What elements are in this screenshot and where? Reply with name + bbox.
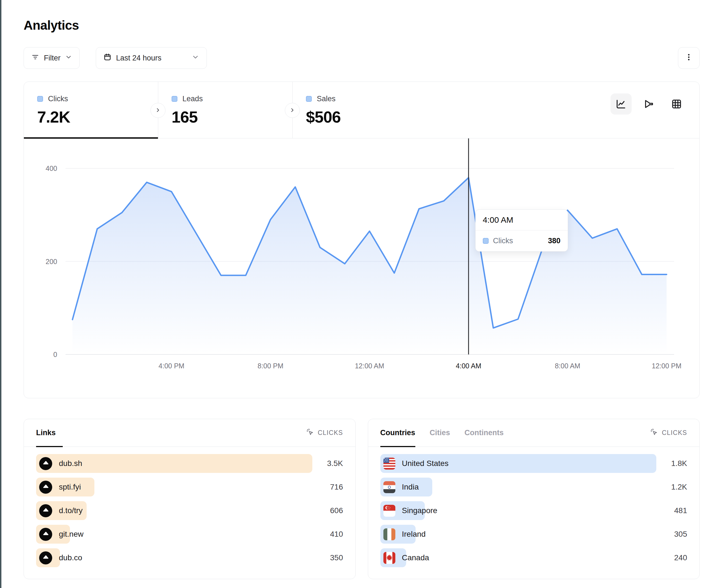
toolbar: Filter Last 24 hours <box>24 47 699 69</box>
link-row[interactable]: spti.fyi716 <box>36 478 343 496</box>
legend-chip <box>172 96 177 102</box>
more-options-button[interactable] <box>678 47 699 69</box>
link-value: 3.5K <box>327 459 343 468</box>
date-range-label: Last 24 hours <box>116 54 161 62</box>
x-axis-label: 8:00 AM <box>537 362 598 370</box>
countries-tab-continents[interactable]: Continents <box>465 419 503 447</box>
series-chip <box>483 238 489 244</box>
links-panel-tabs: Links <box>36 419 56 447</box>
stat-value: 165 <box>172 108 292 126</box>
ie-flag-icon <box>383 528 395 540</box>
window-edge-strip <box>0 0 1 588</box>
countries-panel-header: CountriesCitiesContinents CLICKS <box>368 419 699 447</box>
link-row[interactable]: git.new410 <box>36 525 343 544</box>
clicks-area-chart[interactable]: 4:00 AM Clicks 380 02004004:00 PM8:00 PM… <box>24 138 699 398</box>
link-row[interactable]: d.to/try606 <box>36 501 343 520</box>
link-value: 410 <box>330 530 343 539</box>
dub-logo-icon <box>39 457 52 470</box>
stat-tab-leads[interactable]: Leads165 <box>158 82 292 138</box>
country-row[interactable]: Ireland305 <box>380 525 687 544</box>
us-flag-icon <box>383 458 395 470</box>
country-row[interactable]: Canada240 <box>380 548 687 567</box>
x-axis-label: 8:00 PM <box>240 362 301 370</box>
link-value: 350 <box>330 553 343 562</box>
chart-tooltip: 4:00 AM Clicks 380 <box>475 209 568 252</box>
countries-rows: United States1.8KIndia1.2KSingapore481Ir… <box>368 447 699 567</box>
link-label: git.new <box>59 530 84 539</box>
countries-panel: CountriesCitiesContinents CLICKS United … <box>368 419 700 579</box>
kebab-menu-icon <box>685 53 693 63</box>
country-label: Ireland <box>402 530 426 539</box>
country-row[interactable]: United States1.8K <box>380 454 687 473</box>
stat-label: Leads <box>182 95 203 103</box>
filter-icon <box>31 53 39 63</box>
y-axis-label: 400 <box>24 164 57 173</box>
countries-tab-countries[interactable]: Countries <box>380 419 415 447</box>
dub-logo-icon <box>39 504 52 517</box>
country-value: 305 <box>674 530 687 539</box>
chart-view-toggles <box>610 93 687 115</box>
stat-tab-clicks[interactable]: Clicks7.2K <box>24 82 158 138</box>
area-fill <box>72 178 667 355</box>
link-label: dub.co <box>59 553 82 562</box>
chart-plot[interactable] <box>66 138 674 358</box>
stats-tabs: Clicks7.2KLeads165Sales$506 <box>24 82 699 138</box>
cursor-click-icon <box>650 428 658 438</box>
filter-button[interactable]: Filter <box>24 47 80 69</box>
links-tab-links[interactable]: Links <box>36 419 56 447</box>
tooltip-time: 4:00 AM <box>476 210 568 230</box>
country-value: 481 <box>674 506 687 515</box>
cursor-click-icon <box>306 428 314 438</box>
x-axis-label: 4:00 PM <box>141 362 202 370</box>
x-axis-label: 4:00 AM <box>438 362 499 370</box>
link-value: 606 <box>330 506 343 515</box>
dub-logo-icon <box>39 481 52 494</box>
table-view-button[interactable] <box>666 93 687 115</box>
chevron-down-icon <box>192 53 199 63</box>
funnel-view-button[interactable] <box>638 93 659 115</box>
country-value: 1.8K <box>671 459 687 468</box>
country-value: 1.2K <box>671 482 687 492</box>
country-label: United States <box>402 459 449 468</box>
chevron-down-icon <box>65 53 72 63</box>
link-label: dub.sh <box>59 459 82 468</box>
analytics-card: Clicks7.2KLeads165Sales$506 4:00 AM Clic… <box>24 82 699 398</box>
breakdown-panels: Links CLICKS dub.sh3.5Kspti.fyi716d.to/t… <box>24 419 699 579</box>
countries-panel-tabs: CountriesCitiesContinents <box>380 419 504 447</box>
stat-value: 7.2K <box>37 108 158 126</box>
y-axis-label: 0 <box>24 350 57 359</box>
country-label: Singapore <box>402 506 437 515</box>
countries-metric-label: CLICKS <box>662 429 687 436</box>
links-panel-header: Links CLICKS <box>24 419 356 447</box>
link-row[interactable]: dub.co350 <box>36 548 343 567</box>
links-panel: Links CLICKS dub.sh3.5Kspti.fyi716d.to/t… <box>24 419 356 579</box>
country-label: Canada <box>402 553 429 562</box>
ca-flag-icon <box>383 552 395 564</box>
tooltip-series-label: Clicks <box>493 236 513 245</box>
dub-logo-icon <box>39 551 52 564</box>
legend-chip <box>37 96 43 102</box>
page-title: Analytics <box>24 18 699 33</box>
stat-tab-sales[interactable]: Sales$506 <box>293 82 427 138</box>
links-metric[interactable]: CLICKS <box>306 428 343 438</box>
tooltip-row: Clicks 380 <box>476 230 568 251</box>
country-row[interactable]: India1.2K <box>380 478 687 496</box>
y-axis-label: 200 <box>24 257 57 266</box>
link-label: d.to/try <box>59 506 83 515</box>
analytics-page: Analytics Filter Last 24 hours <box>0 0 711 579</box>
country-row[interactable]: Singapore481 <box>380 501 687 520</box>
date-range-button[interactable]: Last 24 hours <box>96 47 207 69</box>
countries-tab-cities[interactable]: Cities <box>430 419 450 447</box>
tooltip-value: 380 <box>548 236 561 245</box>
x-axis-label: 12:00 AM <box>339 362 400 370</box>
calendar-icon <box>103 53 112 63</box>
links-metric-label: CLICKS <box>318 429 343 436</box>
legend-chip <box>306 96 312 102</box>
line-chart-view-button[interactable] <box>610 93 631 115</box>
link-row[interactable]: dub.sh3.5K <box>36 454 343 473</box>
stat-label: Sales <box>317 95 336 103</box>
country-label: India <box>402 482 419 492</box>
link-label: spti.fyi <box>59 482 81 492</box>
links-rows: dub.sh3.5Kspti.fyi716d.to/try606git.new4… <box>24 447 356 567</box>
countries-metric[interactable]: CLICKS <box>650 428 687 438</box>
